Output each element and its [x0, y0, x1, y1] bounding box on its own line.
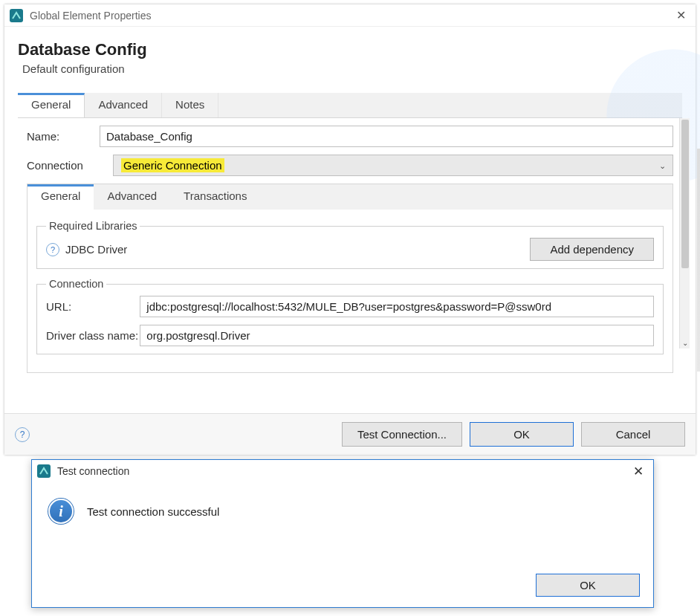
connection-select[interactable]: Generic Connection — [113, 155, 673, 176]
url-label: URL: — [46, 300, 140, 313]
outer-tab-general-page: Name: Connection Generic Connection ⌄ Ge… — [18, 118, 682, 373]
result-close-button[interactable]: ✕ — [628, 464, 649, 479]
vertical-scrollbar[interactable]: ▲ ⌄ — [679, 118, 690, 348]
info-icon: i — [48, 499, 74, 524]
connection-select-value: Generic Connection — [121, 158, 224, 172]
inner-tabstrip: General Advanced Transactions — [27, 184, 673, 210]
inner-tab-advanced[interactable]: Advanced — [94, 184, 170, 210]
dialog-heading: Database Config — [18, 40, 682, 59]
name-label: Name: — [27, 130, 100, 143]
result-message: Test connection successful — [87, 505, 219, 518]
connection-fieldset: Connection URL: Driver class name: — [36, 278, 664, 354]
connection-row: Connection Generic Connection ⌄ — [27, 155, 673, 176]
test-connection-result-dialog: Test connection ✕ i Test connection succ… — [31, 459, 654, 608]
jdbc-driver-label: JDBC Driver — [65, 243, 530, 256]
inner-tab-general[interactable]: General — [27, 184, 94, 210]
connection-legend: Connection — [46, 278, 106, 290]
result-titlebar: Test connection ✕ — [32, 460, 653, 482]
tab-advanced[interactable]: Advanced — [85, 93, 162, 117]
footer-help-icon[interactable]: ? — [15, 427, 30, 442]
add-dependency-button[interactable]: Add dependency — [530, 238, 654, 261]
mule-icon — [9, 8, 24, 23]
inner-tab-general-page: Required Libraries ? JDBC Driver Add dep… — [27, 210, 673, 372]
main-footer: ? Test Connection... OK Cancel — [4, 413, 696, 455]
connection-inner-box: General Advanced Transactions Required L… — [27, 184, 673, 373]
name-input[interactable] — [100, 126, 673, 147]
url-input[interactable] — [140, 296, 654, 317]
scroll-down-icon[interactable]: ⌄ — [680, 338, 690, 348]
result-ok-button[interactable]: OK — [536, 574, 640, 597]
svg-rect-0 — [10, 9, 23, 22]
tab-general[interactable]: General — [18, 93, 85, 117]
svg-rect-1 — [37, 464, 51, 478]
driver-class-input[interactable] — [140, 325, 654, 346]
main-title: Global Element Properties — [30, 10, 670, 22]
required-libraries-fieldset: Required Libraries ? JDBC Driver Add dep… — [36, 220, 664, 269]
ok-button[interactable]: OK — [470, 422, 574, 447]
global-element-properties-dialog: Global Element Properties ✕ Database Con… — [4, 4, 696, 455]
cancel-button[interactable]: Cancel — [581, 422, 685, 447]
outer-tabstrip: General Advanced Notes — [18, 93, 682, 118]
test-connection-button[interactable]: Test Connection... — [342, 422, 462, 447]
result-title: Test connection — [57, 465, 628, 477]
mule-icon — [36, 464, 51, 479]
scroll-thumb[interactable] — [681, 120, 689, 268]
adjacent-panel-hint — [697, 149, 700, 372]
driver-class-label: Driver class name: — [46, 329, 140, 342]
dialog-subheading: Default configuration — [22, 62, 682, 75]
main-titlebar: Global Element Properties ✕ — [4, 4, 696, 27]
help-icon[interactable]: ? — [46, 243, 59, 256]
name-row: Name: — [27, 126, 673, 147]
inner-tab-transactions[interactable]: Transactions — [170, 184, 260, 210]
required-libraries-legend: Required Libraries — [46, 220, 140, 232]
tab-notes[interactable]: Notes — [162, 93, 218, 117]
main-close-button[interactable]: ✕ — [670, 8, 691, 22]
connection-label: Connection — [27, 159, 94, 172]
